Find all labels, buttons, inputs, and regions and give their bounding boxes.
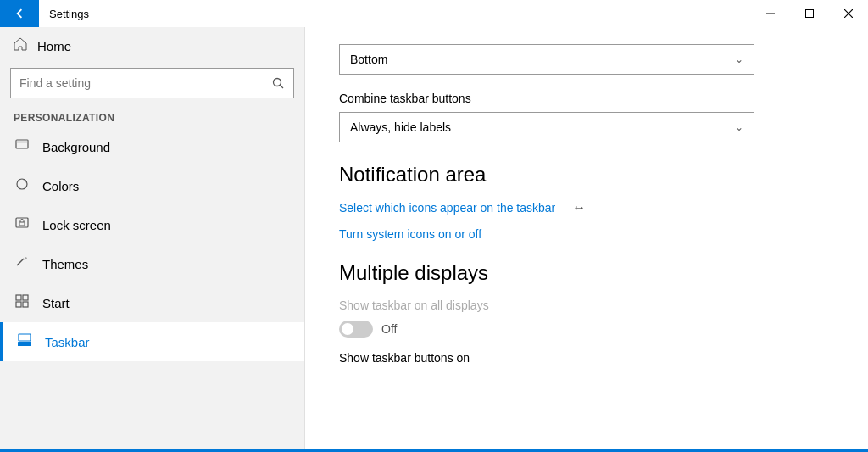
sidebar-item-themes-label: Themes bbox=[42, 257, 88, 271]
background-icon bbox=[14, 138, 31, 155]
combine-taskbar-value: Always, hide labels bbox=[350, 120, 451, 134]
svg-line-5 bbox=[281, 86, 284, 89]
svg-rect-12 bbox=[24, 257, 27, 260]
sidebar-item-colors-label: Colors bbox=[42, 179, 79, 193]
select-icons-row: Select which icons appear on the taskbar… bbox=[339, 200, 834, 215]
combine-taskbar-dropdown[interactable]: Always, hide labels ⌄ bbox=[339, 112, 754, 142]
svg-rect-10 bbox=[19, 222, 25, 226]
svg-rect-16 bbox=[23, 302, 28, 307]
sidebar-item-taskbar[interactable]: Taskbar bbox=[0, 322, 304, 361]
sidebar-home[interactable]: Home bbox=[0, 27, 304, 64]
start-icon bbox=[14, 294, 31, 311]
taskbar-location-dropdown[interactable]: Bottom ⌄ bbox=[339, 44, 754, 75]
sidebar-item-lock-screen-label: Lock screen bbox=[42, 218, 111, 232]
system-icons-link[interactable]: Turn system icons on or off bbox=[339, 227, 481, 241]
sidebar-item-background-label: Background bbox=[42, 140, 110, 154]
svg-rect-0 bbox=[766, 14, 775, 14]
combine-taskbar-group: Combine taskbar buttons Always, hide lab… bbox=[339, 92, 834, 142]
svg-rect-1 bbox=[806, 10, 814, 18]
sidebar-item-lock-screen[interactable]: Lock screen bbox=[0, 205, 304, 244]
sidebar-item-background[interactable]: Background bbox=[0, 127, 304, 166]
home-label: Home bbox=[37, 39, 71, 53]
taskbar-location-value: Bottom bbox=[350, 53, 387, 66]
sidebar-item-colors[interactable]: Colors bbox=[0, 166, 304, 205]
svg-rect-15 bbox=[16, 302, 21, 307]
combine-taskbar-arrow: ⌄ bbox=[735, 121, 743, 133]
svg-rect-17 bbox=[18, 342, 31, 346]
sidebar-item-start-label: Start bbox=[42, 296, 70, 310]
titlebar: Settings bbox=[0, 0, 868, 27]
sidebar-item-themes[interactable]: Themes bbox=[0, 244, 304, 283]
maximize-button[interactable] bbox=[790, 0, 829, 27]
window-title: Settings bbox=[39, 8, 751, 20]
minimize-button[interactable] bbox=[751, 0, 790, 27]
combine-taskbar-label: Combine taskbar buttons bbox=[339, 92, 834, 105]
colors-icon bbox=[14, 177, 31, 194]
themes-icon bbox=[14, 255, 31, 272]
show-taskbar-label: Show taskbar on all displays bbox=[339, 299, 834, 312]
search-box[interactable] bbox=[10, 68, 294, 98]
window-controls bbox=[751, 0, 868, 27]
content-area: Bottom ⌄ Combine taskbar buttons Always,… bbox=[305, 27, 868, 449]
svg-rect-13 bbox=[16, 295, 21, 300]
multiple-displays-title: Multiple displays bbox=[339, 261, 834, 285]
close-button[interactable] bbox=[829, 0, 868, 27]
sidebar: Home Personalization Background bbox=[0, 27, 305, 449]
toggle-off-label: Off bbox=[381, 322, 397, 336]
svg-point-4 bbox=[274, 79, 281, 86]
resize-icon: ↔ bbox=[572, 200, 586, 215]
sidebar-item-start[interactable]: Start bbox=[0, 283, 304, 322]
system-icons-row: Turn system icons on or off bbox=[339, 227, 834, 241]
svg-line-11 bbox=[17, 259, 24, 265]
sidebar-section-label: Personalization bbox=[0, 105, 304, 127]
select-icons-link[interactable]: Select which icons appear on the taskbar bbox=[339, 201, 555, 215]
sidebar-item-taskbar-label: Taskbar bbox=[45, 335, 90, 349]
svg-rect-18 bbox=[19, 334, 31, 341]
svg-rect-14 bbox=[23, 295, 28, 300]
taskbar-location-group: Bottom ⌄ bbox=[339, 44, 834, 75]
search-input[interactable] bbox=[11, 76, 263, 90]
show-taskbar-toggle-row: Off bbox=[339, 321, 834, 338]
show-taskbar-buttons-label: Show taskbar buttons on bbox=[339, 351, 834, 365]
taskbar-icon bbox=[16, 333, 33, 350]
bottom-accent-bar bbox=[0, 449, 868, 452]
svg-rect-7 bbox=[16, 140, 28, 143]
taskbar-location-arrow: ⌄ bbox=[735, 53, 743, 65]
toggle-knob bbox=[342, 323, 353, 335]
lock-screen-icon bbox=[14, 216, 31, 233]
search-button[interactable] bbox=[263, 68, 293, 98]
notification-area-title: Notification area bbox=[339, 163, 834, 187]
show-taskbar-toggle[interactable] bbox=[339, 321, 373, 338]
back-button[interactable] bbox=[0, 0, 39, 27]
main-layout: Home Personalization Background bbox=[0, 27, 868, 449]
home-icon bbox=[14, 37, 27, 54]
